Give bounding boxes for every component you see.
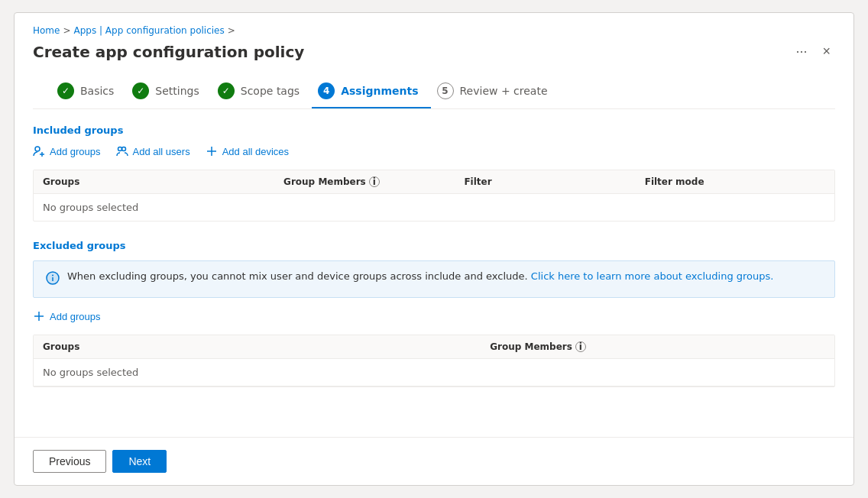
step-review-label: Review + create <box>460 85 548 97</box>
excluded-groups-actions: Add groups <box>33 310 835 322</box>
title-actions: ··· × <box>791 42 835 61</box>
main-window: Home > Apps | App configuration policies… <box>14 12 854 486</box>
add-all-users-label: Add all users <box>133 146 190 157</box>
included-groups-title: Included groups <box>33 124 835 136</box>
step-settings-icon <box>132 82 149 99</box>
step-scope-tags[interactable]: Scope tags <box>212 76 312 108</box>
add-groups-icon <box>33 145 45 157</box>
add-all-devices-icon <box>206 145 218 157</box>
step-scope-tags-label: Scope tags <box>241 85 300 97</box>
excluded-groups-alert: When excluding groups, you cannot mix us… <box>33 260 835 298</box>
step-basics[interactable]: Basics <box>51 76 126 108</box>
inc-col-filter-mode: Filter mode <box>645 176 825 187</box>
table-divider <box>34 386 834 386</box>
exc-add-groups-button[interactable]: Add groups <box>33 310 101 322</box>
exc-group-members-info-icon: i <box>575 341 586 352</box>
exc-add-groups-label: Add groups <box>50 311 101 322</box>
add-all-users-icon <box>116 145 128 157</box>
exc-add-icon <box>33 310 45 322</box>
window-header: Home > Apps | App configuration policies… <box>15 13 853 109</box>
step-review-icon: 5 <box>437 82 454 99</box>
excluded-groups-table: Groups Group Members i No groups selecte… <box>33 335 835 387</box>
inc-col-filter: Filter <box>464 176 644 187</box>
svg-point-4 <box>121 147 125 151</box>
included-groups-section: Included groups Add groups Add all users… <box>33 124 835 222</box>
excluded-groups-title: Excluded groups <box>33 240 835 251</box>
breadcrumb-sep1: > <box>63 25 70 36</box>
breadcrumb-home[interactable]: Home <box>33 25 60 36</box>
inc-col-groups: Groups <box>43 176 283 187</box>
add-groups-button[interactable]: Add groups <box>33 145 101 157</box>
exc-col-members: Group Members i <box>490 341 825 352</box>
info-icon <box>46 271 60 288</box>
previous-button[interactable]: Previous <box>33 450 106 473</box>
add-all-devices-button[interactable]: Add all devices <box>206 145 289 157</box>
step-settings[interactable]: Settings <box>126 76 211 108</box>
add-groups-label: Add groups <box>50 146 101 157</box>
close-button[interactable]: × <box>818 42 835 61</box>
add-all-devices-label: Add all devices <box>222 146 289 157</box>
excluded-table-header: Groups Group Members i <box>34 335 834 359</box>
breadcrumb-sep2: > <box>228 25 235 36</box>
svg-point-0 <box>35 147 40 151</box>
included-groups-table: Groups Group Members i Filter Filter mod… <box>33 170 835 222</box>
footer: Previous Next <box>15 437 853 485</box>
next-button[interactable]: Next <box>112 450 167 473</box>
step-basics-label: Basics <box>80 85 114 97</box>
included-empty-row: No groups selected <box>34 194 834 221</box>
step-review-create[interactable]: 5 Review + create <box>431 76 560 108</box>
step-assignments[interactable]: 4 Assignments <box>312 76 430 108</box>
page-title: Create app configuration policy <box>33 43 304 61</box>
alert-link[interactable]: Click here to learn more about excluding… <box>531 270 774 282</box>
more-options-button[interactable]: ··· <box>791 42 811 61</box>
breadcrumb-apps[interactable]: Apps | App configuration policies <box>74 25 225 36</box>
step-assignments-label: Assignments <box>341 85 418 97</box>
excluded-groups-section: Excluded groups When excluding groups, y… <box>33 240 835 387</box>
wizard-steps: Basics Settings Scope tags 4 Assignments… <box>33 61 835 109</box>
step-scope-tags-icon <box>218 82 235 99</box>
exc-col-groups: Groups <box>43 341 490 352</box>
breadcrumb: Home > Apps | App configuration policies… <box>33 25 835 36</box>
title-row: Create app configuration policy ··· × <box>33 42 835 61</box>
step-basics-icon <box>57 82 74 99</box>
content-area: Included groups Add groups Add all users… <box>15 109 853 437</box>
svg-point-10 <box>52 275 53 276</box>
step-assignments-icon: 4 <box>318 82 335 99</box>
included-table-header: Groups Group Members i Filter Filter mod… <box>34 170 834 194</box>
step-settings-label: Settings <box>155 85 199 97</box>
included-groups-actions: Add groups Add all users Add all devices <box>33 145 835 157</box>
group-members-info-icon: i <box>369 176 380 187</box>
alert-text: When excluding groups, you cannot mix us… <box>67 270 773 282</box>
inc-col-members: Group Members i <box>283 176 464 187</box>
excluded-empty-row: No groups selected <box>34 359 834 386</box>
add-all-users-button[interactable]: Add all users <box>116 145 190 157</box>
